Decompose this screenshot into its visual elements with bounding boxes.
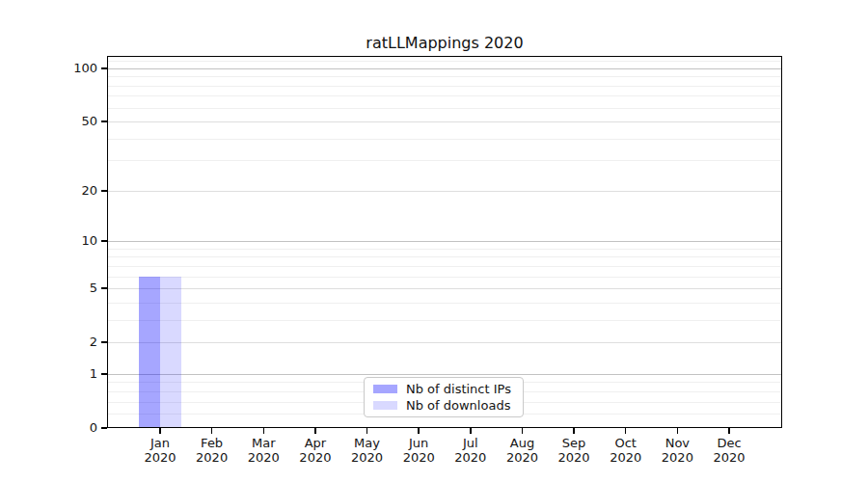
gridline-minor: [107, 249, 782, 250]
x-tick-mark: [159, 428, 161, 434]
x-tick-mark: [366, 428, 368, 434]
plot-area: [107, 56, 782, 428]
gridline-minor: [107, 160, 782, 161]
x-tick-mark: [573, 428, 575, 434]
gridline-minor: [107, 95, 782, 96]
x-tick-mark: [677, 428, 679, 434]
legend-item-downloads: Nb of downloads: [373, 398, 514, 413]
gridline-minor: [107, 139, 782, 140]
x-tick-label: Dec2020: [691, 436, 768, 465]
gridline-major: [107, 191, 782, 192]
gridline-minor: [107, 320, 782, 321]
x-tick-mark: [522, 428, 524, 434]
x-tick-mark: [211, 428, 213, 434]
y-tick-label: 1: [20, 366, 97, 382]
gridline-minor: [107, 76, 782, 77]
gridline-minor: [107, 256, 782, 257]
legend-swatch-distinct-ips: [373, 385, 397, 393]
x-tick-mark: [625, 428, 627, 434]
gridline-major: [107, 288, 782, 289]
legend-label: Nb of downloads: [406, 398, 510, 413]
chart-title: ratLLMappings 2020: [107, 35, 782, 52]
y-tick-label: 10: [20, 233, 97, 249]
legend-swatch-downloads: [373, 401, 397, 410]
figure: ratLLMappings 2020 Nb of distinct IPs Nb…: [0, 0, 868, 482]
x-tick-mark: [470, 428, 472, 434]
x-tick-mark: [314, 428, 316, 434]
gridline-minor: [107, 277, 782, 278]
gridline-minor: [107, 266, 782, 267]
y-tick-label: 2: [20, 335, 97, 350]
gridline-major: [107, 241, 782, 242]
gridline-major: [107, 68, 782, 69]
y-tick-label: 20: [20, 183, 97, 199]
x-tick-label-line: 2020: [691, 450, 768, 465]
bar-distinct-ips: [139, 277, 160, 428]
gridline-minor: [107, 61, 782, 62]
y-tick-label: 100: [20, 61, 97, 76]
legend: Nb of distinct IPs Nb of downloads: [364, 377, 524, 417]
y-tick-label: 0: [20, 420, 97, 436]
legend-item-distinct-ips: Nb of distinct IPs: [373, 382, 514, 396]
x-tick-mark: [728, 428, 730, 434]
gridline-minor: [107, 303, 782, 304]
x-tick-label-line: Dec: [691, 436, 768, 450]
legend-label: Nb of distinct IPs: [406, 382, 511, 396]
bar-downloads: [160, 277, 181, 428]
x-tick-mark: [418, 428, 420, 434]
gridline-minor: [107, 108, 782, 109]
y-tick-label: 50: [20, 114, 97, 129]
gridline-major: [107, 374, 782, 375]
x-tick-mark: [263, 428, 265, 434]
gridline-major: [107, 121, 782, 122]
y-tick-mark: [101, 427, 107, 429]
gridline-minor: [107, 86, 782, 87]
gridline-major: [107, 342, 782, 343]
y-tick-label: 5: [20, 281, 97, 296]
